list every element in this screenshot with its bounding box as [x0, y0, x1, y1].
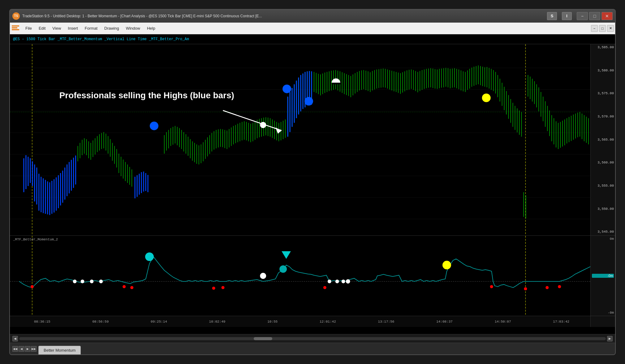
menu-help[interactable]: Help: [144, 25, 158, 32]
scroll-left-button[interactable]: ◀: [12, 336, 18, 341]
menu-bar: File Edit View Insert Format Drawing Win…: [10, 23, 615, 34]
menu-close[interactable]: ✕: [607, 25, 614, 32]
menu-edit[interactable]: Edit: [36, 25, 49, 32]
menu-file[interactable]: File: [22, 25, 35, 32]
svg-point-305: [346, 279, 350, 283]
svg-point-301: [99, 279, 103, 283]
svg-point-286: [212, 286, 215, 290]
svg-point-274: [304, 97, 313, 106]
tab-bar: ◀◀ ◀ ▶ ▶▶ Better Momentum: [10, 343, 615, 354]
nav-next[interactable]: ▶: [25, 346, 30, 352]
chart-container: Professionals selling the Highs (blue ba…: [10, 44, 615, 334]
nav-arrows: ◀◀ ◀ ▶ ▶▶: [12, 346, 37, 352]
price-label-9: 3,545.00: [592, 230, 614, 234]
price-label-4: 3,570.00: [592, 115, 614, 119]
price-label-8: 3,550.00: [592, 207, 614, 211]
svg-point-304: [342, 279, 345, 283]
svg-point-275: [260, 122, 266, 128]
svg-point-298: [73, 279, 77, 283]
svg-point-295: [260, 273, 266, 279]
scroll-thumb[interactable]: [254, 337, 272, 340]
time-label-10: 17:03:42: [553, 320, 569, 324]
restore-button[interactable]: □: [589, 12, 600, 20]
svg-point-276: [482, 94, 491, 102]
main-price-axis: 3,585.00 3,580.00 3,575.00 3,570.00 3,56…: [590, 44, 615, 235]
time-label-9: 14:50:07: [495, 320, 511, 324]
time-axis: 08:36:15 08:56:59 09:25:14 10:02:49 10:5…: [10, 316, 615, 327]
sub-chart-svg: [10, 236, 590, 316]
time-label-5: 10:55: [267, 320, 278, 324]
svg-point-303: [335, 279, 339, 283]
chart-label-bar: @ES - 1500 Tick Bar _MTF_Better_Momentum…: [10, 34, 615, 44]
menu-drawing[interactable]: Drawing: [101, 25, 122, 32]
svg-point-296: [442, 260, 451, 269]
price-label-5: 3,565.00: [592, 138, 614, 142]
svg-rect-2: [12, 29, 19, 30]
sub-price-label-1: 0m: [592, 237, 614, 241]
svg-point-293: [145, 252, 154, 261]
main-chart-with-axis: Professionals selling the Highs (blue ba…: [10, 44, 615, 235]
sub-chart-canvas: _MTF_Better_Momentum_2: [10, 236, 590, 316]
svg-point-272: [150, 121, 158, 130]
svg-point-291: [545, 286, 549, 289]
menu-window[interactable]: Window: [123, 25, 143, 32]
menu-insert[interactable]: Insert: [65, 25, 81, 32]
scroll-bar-area: ◀ ▶: [10, 334, 615, 343]
tab-better-momentum[interactable]: Better Momentum: [38, 346, 81, 354]
sub-chart-with-axis: _MTF_Better_Momentum_2: [10, 236, 615, 316]
svg-rect-3: [10, 44, 590, 235]
sub-price-label-2: -0m: [592, 311, 614, 315]
svg-point-289: [490, 285, 493, 288]
svg-point-273: [282, 85, 291, 93]
time-label-8: 14:08:37: [436, 320, 453, 324]
svg-point-292: [558, 285, 561, 288]
price-label-2: 3,580.00: [592, 69, 614, 73]
btn-s[interactable]: S: [547, 12, 557, 20]
nav-last[interactable]: ▶▶: [31, 346, 37, 352]
menu-format[interactable]: Format: [82, 25, 101, 32]
nav-prev[interactable]: ◀: [19, 346, 24, 352]
svg-point-287: [222, 286, 225, 289]
close-button[interactable]: ✕: [601, 12, 613, 20]
menu-minimize[interactable]: −: [591, 25, 598, 32]
menu-restore[interactable]: □: [599, 25, 606, 32]
price-label-1: 3,585.00: [592, 45, 614, 49]
title-bar: TS TradeStation 9.5 - Untitled Desktop: …: [10, 10, 615, 23]
main-window: TS TradeStation 9.5 - Untitled Desktop: …: [9, 9, 616, 355]
btn-i[interactable]: I: [562, 12, 572, 20]
svg-point-283: [31, 285, 34, 288]
main-chart-canvas: Professionals selling the Highs (blue ba…: [10, 44, 590, 235]
time-label-4: 10:02:49: [209, 320, 226, 324]
menu-icon: [11, 24, 20, 33]
svg-text:Professionals selling the High: Professionals selling the Highs (blue ba…: [59, 91, 234, 100]
svg-point-290: [524, 287, 527, 290]
svg-point-300: [90, 279, 93, 283]
svg-rect-0: [12, 25, 19, 27]
sub-price-axis: 0m -0m -0m: [590, 236, 615, 316]
time-labels: 08:36:15 08:56:59 09:25:14 10:02:49 10:5…: [13, 320, 590, 324]
menu-view[interactable]: View: [49, 25, 64, 32]
scroll-right-button[interactable]: ▶: [607, 336, 613, 341]
svg-point-288: [323, 286, 326, 289]
minimize-button[interactable]: −: [577, 12, 588, 20]
main-chart-svg: Professionals selling the Highs (blue ba…: [10, 44, 590, 235]
svg-point-302: [328, 279, 331, 283]
main-chart: Professionals selling the Highs (blue ba…: [10, 44, 615, 236]
svg-point-294: [279, 265, 287, 273]
price-label-7: 3,555.00: [592, 184, 614, 188]
time-label-1: 08:36:15: [34, 320, 50, 324]
app-icon: TS: [12, 12, 20, 20]
nav-first[interactable]: ◀◀: [12, 346, 18, 352]
scroll-track[interactable]: [19, 337, 606, 340]
svg-rect-1: [12, 27, 17, 28]
time-label-2: 08:56:59: [92, 320, 109, 324]
chart-label-text: @ES - 1500 Tick Bar _MTF_Better_Momentum…: [13, 37, 189, 41]
time-label-3: 09:25:14: [151, 320, 167, 324]
price-label-6: 3,560.00: [592, 161, 614, 165]
time-label-6: 12:01:42: [320, 320, 336, 324]
svg-rect-279: [10, 236, 590, 316]
svg-point-285: [130, 286, 133, 289]
sub-price-current: -0m: [592, 274, 614, 278]
sub-chart: _MTF_Better_Momentum_2: [10, 236, 615, 316]
svg-point-299: [81, 279, 84, 283]
